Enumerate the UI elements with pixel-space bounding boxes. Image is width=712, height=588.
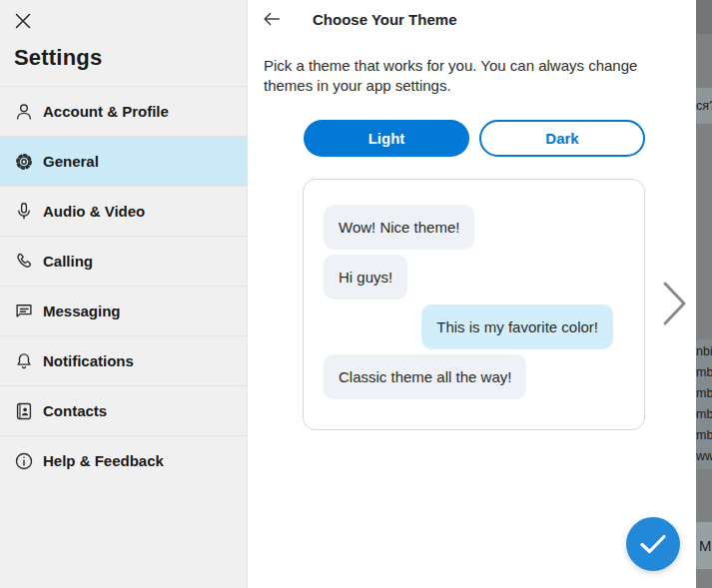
theme-preview-card: Wow! Nice theme! Hi guys! This is my fav… — [303, 179, 645, 430]
dimmed-text-fragment: mb — [696, 362, 712, 383]
page-title: Choose Your Theme — [313, 11, 456, 28]
theme-button-group: Light Dark — [304, 120, 645, 157]
theme-description: Pick a theme that works for you. You can… — [264, 56, 645, 96]
dimmed-text-fragment: nbi — [696, 341, 712, 362]
gear-icon — [13, 151, 35, 173]
settings-sidebar: Settings Account & Profile General Audio… — [0, 0, 248, 588]
preview-message-incoming: Wow! Nice theme! — [324, 205, 474, 250]
sidebar-item-account-profile[interactable]: Account & Profile — [0, 86, 248, 136]
person-icon — [13, 101, 35, 123]
sidebar-item-label: Calling — [43, 253, 93, 270]
dimmed-text-fragment: mb — [696, 425, 712, 446]
preview-message-outgoing: This is my favorite color! — [421, 304, 613, 349]
contacts-icon — [13, 400, 35, 422]
back-arrow-icon[interactable] — [260, 7, 284, 31]
sidebar-item-notifications[interactable]: Notifications — [0, 335, 248, 385]
checkmark-icon — [638, 532, 668, 556]
settings-menu: Account & Profile General Audio & Video … — [0, 86, 248, 485]
sidebar-item-help-feedback[interactable]: Help & Feedback — [0, 435, 248, 485]
theme-panel: Choose Your Theme Pick a theme that work… — [249, 0, 696, 588]
sidebar-item-label: Notifications — [43, 352, 134, 369]
skype-settings-dialog: Settings Account & Profile General Audio… — [0, 0, 712, 588]
info-icon — [13, 450, 35, 472]
light-theme-button[interactable]: Light — [304, 120, 469, 157]
sidebar-item-general[interactable]: General — [0, 136, 248, 186]
sidebar-item-label: Messaging — [43, 302, 121, 319]
bell-icon — [13, 350, 35, 372]
close-icon[interactable] — [13, 11, 33, 31]
preview-message-incoming: Classic theme all the way! — [324, 354, 526, 399]
dimmed-text-fragment: ww — [696, 446, 712, 467]
dimmed-titlebar — [696, 0, 712, 34]
sidebar-item-label: Help & Feedback — [43, 452, 164, 469]
sidebar-item-label: Contacts — [43, 402, 107, 419]
sidebar-item-audio-video[interactable]: Audio & Video — [0, 186, 248, 236]
microphone-icon — [13, 201, 35, 223]
confirm-theme-button[interactable] — [626, 517, 680, 571]
sidebar-item-label: Audio & Video — [43, 203, 145, 220]
next-theme-chevron-icon[interactable] — [661, 281, 689, 326]
preview-message-incoming: Hi guys! — [324, 255, 407, 299]
dimmed-bottom-box: M — [696, 522, 712, 569]
sidebar-item-label: General — [43, 153, 99, 170]
sidebar-item-messaging[interactable]: Messaging — [0, 286, 248, 335]
sidebar-item-label: Account & Profile — [43, 103, 169, 120]
sidebar-item-calling[interactable]: Calling — [0, 236, 248, 286]
phone-icon — [13, 251, 35, 273]
sidebar-item-contacts[interactable]: Contacts — [0, 385, 248, 435]
dark-theme-button[interactable]: Dark — [479, 120, 645, 157]
dimmed-background-strip: ся? nbi mb mb mb mb ww M — [696, 0, 712, 588]
dimmed-text-fragment: mb — [696, 404, 712, 425]
dimmed-text-fragment: mb — [696, 383, 712, 404]
dimmed-chat-bubble: ся? — [696, 88, 712, 124]
message-icon — [13, 300, 35, 322]
settings-title: Settings — [14, 45, 102, 71]
dimmed-text-list: nbi mb mb mb mb ww — [696, 339, 712, 469]
